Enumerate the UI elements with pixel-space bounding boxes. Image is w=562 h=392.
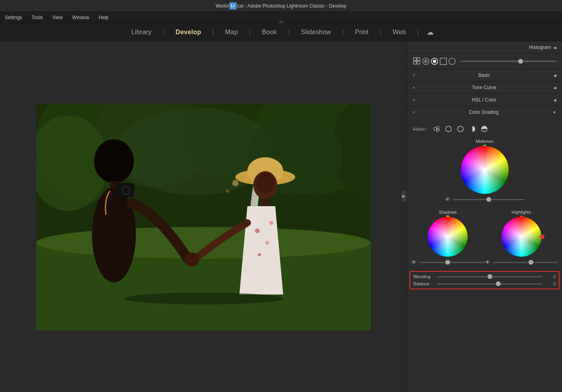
highlights-indicator-dot	[540, 234, 544, 239]
tool-slider[interactable]	[460, 60, 556, 62]
basic-section-header[interactable]: Basic ◀	[407, 69, 562, 81]
shadows-crosshair[interactable]	[445, 234, 448, 238]
midtones-hue-slider[interactable]	[453, 199, 525, 200]
menu-view[interactable]: View	[51, 14, 64, 21]
adjust-highlights-icon[interactable]	[468, 125, 477, 133]
basic-dot	[413, 74, 415, 76]
nav-book[interactable]: Book	[259, 27, 280, 37]
menu-window[interactable]: Window	[70, 14, 91, 21]
highlights-color-wheel[interactable]	[501, 217, 541, 257]
shadows-label: Shadows	[439, 210, 457, 215]
midtones-wheel-container	[461, 146, 509, 194]
midtones-crosshair[interactable]	[483, 168, 487, 172]
nav-slideshow[interactable]: Slideshow	[298, 27, 334, 37]
svg-rect-32	[413, 58, 416, 60]
svg-point-26	[255, 228, 260, 233]
right-panel: Histogram ◀	[407, 41, 562, 392]
svg-point-28	[258, 253, 261, 256]
grid-tool-icon[interactable]	[413, 57, 421, 66]
svg-rect-35	[417, 61, 420, 64]
title-bar: Lr Working.lrcat - Adobe Photoshop Light…	[0, 0, 562, 12]
nav-bar: Library | Develop | Map | Book | Slidesh…	[0, 23, 562, 41]
cloud-sync-icon[interactable]: ☁	[427, 28, 434, 37]
adjust-all-icon[interactable]	[432, 125, 441, 133]
hsl-chevron: ◀	[553, 98, 556, 102]
tool-icons-row	[407, 54, 562, 69]
panel-toggle-arrow[interactable]: ▶	[401, 191, 407, 202]
nav-develop[interactable]: Develop	[172, 27, 204, 37]
svg-point-42	[449, 58, 455, 64]
midtones-section: Midtones 👁	[407, 137, 562, 207]
basic-section-left	[413, 74, 415, 76]
tool-slider-thumb[interactable]	[518, 59, 523, 64]
shadows-section: Shadows 👁	[411, 210, 485, 265]
svg-point-11	[232, 180, 239, 186]
balance-row: Balance 0	[413, 281, 556, 286]
hsl-section-left	[413, 99, 415, 101]
nav-print[interactable]: Print	[352, 27, 372, 37]
square-tool-icon[interactable]	[439, 57, 448, 66]
basic-title: Basic	[478, 72, 490, 78]
color-grading-dot	[413, 111, 415, 113]
nav-sep-4: |	[288, 29, 290, 36]
photo-area	[0, 41, 407, 392]
nav-map[interactable]: Map	[222, 27, 241, 37]
main-layout: ▶ Histogram ◀	[0, 41, 562, 392]
adjust-label: Adjust :	[413, 127, 427, 131]
highlights-controls: 👁	[485, 259, 558, 265]
color-grading-left	[413, 111, 415, 113]
svg-point-20	[123, 187, 129, 193]
svg-point-29	[269, 221, 273, 225]
adjust-global-icon[interactable]	[480, 125, 489, 133]
adjust-midtones-icon[interactable]	[456, 125, 465, 133]
nav-library[interactable]: Library	[128, 27, 155, 37]
menu-settings[interactable]: Settings	[3, 14, 23, 21]
nav-sep-5: |	[342, 29, 344, 36]
tone-curve-title: Tone Curve	[472, 85, 496, 90]
highlights-hue-slider[interactable]	[493, 262, 558, 263]
svg-point-38	[425, 61, 426, 62]
balance-value: 0	[546, 281, 556, 286]
shadows-slider-thumb[interactable]	[445, 260, 450, 265]
shadows-color-wheel[interactable]	[428, 217, 468, 257]
midtones-eye-icon[interactable]: 👁	[445, 196, 450, 203]
highlights-wheel-container	[501, 217, 541, 257]
highlights-eye-icon[interactable]: 👁	[485, 259, 490, 265]
svg-rect-34	[413, 61, 416, 64]
shadows-hue-slider[interactable]	[419, 262, 485, 263]
menu-tools[interactable]: Tools	[30, 14, 44, 21]
shadows-wheel-container	[428, 217, 468, 257]
balance-slider[interactable]	[437, 283, 542, 285]
svg-point-24	[257, 173, 274, 193]
svg-point-46	[446, 126, 451, 132]
midtones-controls: 👁	[445, 196, 525, 203]
svg-point-27	[265, 241, 269, 245]
menu-help[interactable]: Help	[97, 14, 110, 21]
nav-sep-6: |	[380, 29, 382, 36]
balance-thumb[interactable]	[496, 281, 501, 286]
adjust-shadows-icon[interactable]	[444, 125, 453, 133]
blend-section: Blending 0 Balance 0	[409, 271, 560, 289]
nav-web[interactable]: Web	[390, 27, 409, 37]
histogram-title: Histogram	[529, 45, 551, 50]
active-tool-icon[interactable]	[430, 57, 439, 66]
blending-slider[interactable]	[437, 276, 542, 277]
color-grading-title: Color Grading	[469, 109, 499, 115]
tone-curve-chevron: ◀	[553, 86, 556, 90]
target-tool-icon[interactable]	[421, 57, 430, 66]
highlights-crosshair[interactable]	[523, 238, 527, 242]
circle-tool-icon[interactable]	[448, 57, 456, 66]
shadows-eye-icon[interactable]: 👁	[411, 259, 417, 265]
tone-curve-header[interactable]: Tone Curve ◀	[407, 82, 562, 94]
histogram-arrow[interactable]: ◀	[553, 45, 556, 50]
hsl-title: HSL / Color	[472, 97, 497, 103]
hsl-section-header[interactable]: HSL / Color ◀	[407, 94, 562, 106]
midtones-slider-thumb[interactable]	[486, 197, 491, 202]
blending-label: Blending	[413, 274, 435, 279]
highlights-slider-thumb[interactable]	[529, 260, 533, 265]
blending-thumb[interactable]	[488, 274, 492, 279]
color-grading-header[interactable]: Color Grading ▼	[407, 106, 562, 118]
color-grading-chevron: ▼	[552, 110, 556, 115]
tone-curve-section: Tone Curve ◀	[407, 82, 562, 94]
midtones-color-wheel[interactable]	[461, 146, 509, 194]
